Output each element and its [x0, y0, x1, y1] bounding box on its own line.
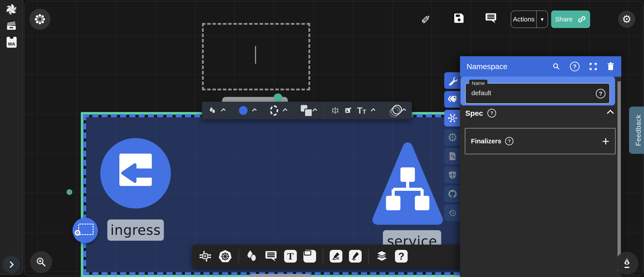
tab-wrench[interactable]	[444, 72, 461, 89]
pencil-icon: ✎	[421, 12, 431, 25]
ingress-node[interactable]	[100, 138, 171, 209]
gear-icon: ⚙	[622, 14, 631, 24]
comment-icon	[485, 12, 497, 24]
tab-settings[interactable]: ⚙	[444, 129, 461, 146]
chevron-up-icon[interactable]	[282, 108, 287, 113]
caret-down-icon[interactable]: ▾	[537, 16, 548, 23]
ingress-label[interactable]: ingress	[107, 220, 164, 241]
stroke-style-icon[interactable]	[270, 105, 278, 116]
help-tool-icon[interactable]: ?	[395, 250, 408, 263]
panel-scrollbar[interactable]	[618, 81, 621, 271]
share-label: Share	[555, 15, 572, 23]
help-icon[interactable]: ?	[570, 62, 580, 71]
wasm-icon[interactable]: WA	[6, 37, 17, 48]
bottom-peek-label[interactable]	[249, 274, 312, 277]
replace-image-icon[interactable]	[344, 105, 352, 116]
actions-button[interactable]: Actions ▾	[511, 10, 548, 28]
toolbar-divider	[368, 249, 369, 263]
name-field[interactable]: Name ?	[465, 83, 610, 104]
actions-label: Actions	[511, 15, 536, 23]
ingress-icon	[100, 138, 171, 209]
spec-help-icon[interactable]: ?	[488, 109, 496, 117]
freehand-pen-icon[interactable]	[349, 250, 362, 263]
connection-point-dot-top[interactable]	[274, 93, 282, 102]
link-icon	[578, 15, 586, 24]
diagram-node-icon[interactable]	[199, 250, 212, 263]
name-field-highlight: Name ?	[460, 77, 615, 105]
chevron-up-icon[interactable]	[401, 108, 406, 113]
resource-flower-button[interactable]	[29, 9, 50, 30]
name-help-icon[interactable]: ?	[596, 89, 606, 98]
opacity-icon[interactable]	[389, 104, 397, 117]
ingress-label-text: ingress	[110, 222, 161, 238]
share-button[interactable]: Share	[551, 10, 590, 28]
toolbar-divider	[324, 102, 324, 119]
edit-button[interactable]: ✎	[421, 12, 431, 25]
tab-github[interactable]	[444, 186, 461, 202]
add-finalizer-button[interactable]: +	[602, 135, 610, 147]
flower-icon	[34, 14, 45, 25]
panel-title: Namespace	[466, 62, 508, 71]
finalizers-help-icon[interactable]: ?	[505, 137, 514, 145]
service-icon	[372, 141, 443, 231]
sidebar-expand-button[interactable]	[3, 256, 20, 273]
comments-button[interactable]	[485, 12, 497, 25]
text-tool-icon[interactable]: T	[284, 250, 297, 263]
shape-toolbar: T ?	[192, 245, 465, 268]
spec-section-header[interactable]: Spec ?	[465, 109, 616, 117]
connection-point-dot[interactable]	[66, 189, 72, 195]
save-button[interactable]	[453, 12, 465, 25]
search-icon[interactable]	[552, 62, 561, 71]
finalizers-box: Finalizers ? +	[465, 128, 616, 154]
tab-history[interactable]	[444, 204, 461, 221]
layers-icon[interactable]	[375, 250, 388, 263]
tab-kubernetes[interactable]	[444, 110, 461, 126]
gear-icon: ⚙	[448, 132, 458, 143]
left-sidebar: WA	[0, 0, 23, 275]
name-input[interactable]	[466, 87, 599, 98]
chevron-right-icon	[7, 261, 14, 268]
kubernetes-icon[interactable]	[218, 250, 232, 263]
resize-icon[interactable]	[332, 105, 339, 116]
feedback-label: Feedback	[634, 114, 642, 146]
feedback-tab[interactable]: Feedback	[629, 107, 644, 154]
expand-icon[interactable]	[589, 62, 598, 71]
collapse-chevron-icon[interactable]	[607, 110, 614, 117]
tab-tag[interactable]	[444, 91, 461, 108]
comment-icon[interactable]	[265, 250, 278, 263]
style-toolbar: TT	[202, 102, 412, 119]
tab-document-search[interactable]	[444, 148, 461, 165]
finalizers-label: Finalizers	[471, 137, 501, 145]
save-icon	[453, 12, 465, 24]
text-cursor	[255, 46, 256, 64]
chevron-up-icon[interactable]	[221, 108, 226, 113]
shapes-icon[interactable]	[246, 250, 258, 263]
dashed-rect-icon	[78, 224, 94, 235]
trash-icon[interactable]	[607, 62, 615, 71]
app-window: ingress service ⚙	[0, 0, 644, 277]
name-field-label: Name	[469, 80, 488, 87]
zoom-in-icon	[36, 257, 47, 268]
shape-style-icon[interactable]	[208, 105, 216, 116]
spec-label: Spec	[465, 109, 483, 117]
connector-pen-icon[interactable]	[330, 250, 342, 263]
text-edit-box[interactable]	[202, 23, 310, 90]
toolbar-divider	[238, 249, 239, 263]
panel-header[interactable]: Namespace ?	[460, 56, 621, 77]
settings-button[interactable]: ⚙	[618, 11, 635, 28]
tab-shield[interactable]	[444, 167, 461, 183]
archive-icon[interactable]	[6, 21, 16, 30]
service-node[interactable]	[372, 141, 443, 231]
zoom-button[interactable]	[30, 251, 52, 273]
chevron-up-icon[interactable]	[371, 108, 376, 113]
arrange-icon[interactable]	[301, 105, 308, 116]
chevron-up-icon[interactable]	[312, 108, 317, 113]
chevron-up-icon[interactable]	[252, 108, 256, 113]
namespace-panel: Namespace ?	[460, 56, 621, 277]
pen-tool-button[interactable]	[616, 252, 638, 275]
app-logo[interactable]	[6, 3, 17, 15]
image-tool-icon[interactable]	[304, 250, 316, 263]
fill-color-swatch[interactable]	[239, 106, 248, 115]
namespace-badge[interactable]: ⚙	[72, 218, 98, 243]
text-style-icon[interactable]: TT	[357, 106, 366, 116]
